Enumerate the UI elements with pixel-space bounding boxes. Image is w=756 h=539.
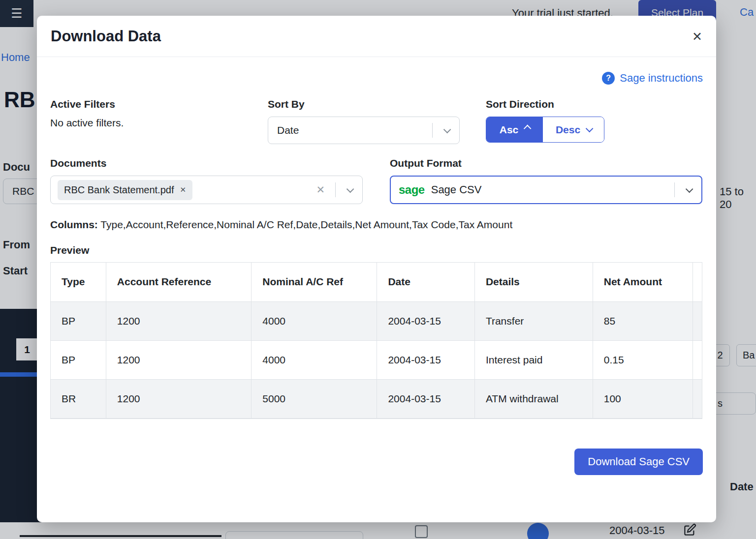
chevron-down-icon	[586, 125, 594, 133]
close-button[interactable]: ✕	[692, 30, 702, 43]
sort-direction-label: Sort Direction	[486, 98, 703, 110]
documents-multiselect[interactable]: RBC Bank Statement.pdf ✕ ✕	[50, 176, 363, 204]
document-chip: RBC Bank Statement.pdf ✕	[58, 180, 192, 200]
preview-table: Type Account Reference Nominal A/C Ref D…	[51, 263, 702, 419]
table-row: BP 1200 4000 2004-03-15 Transfer 85 T2	[51, 301, 702, 340]
cell: 1200	[106, 301, 252, 340]
active-filters-value: No active filters.	[50, 117, 268, 129]
output-format-value: Sage CSV	[431, 183, 674, 196]
table-row: BP 1200 4000 2004-03-15 Interest paid 0.…	[51, 340, 702, 379]
columns-label: Columns:	[50, 219, 98, 230]
cell: 2004-03-15	[377, 301, 474, 340]
cell: ATM withdrawal	[474, 379, 593, 418]
cell: 4000	[252, 340, 377, 379]
sort-direction-toggle: Asc Desc	[486, 117, 604, 143]
document-chip-label: RBC Bank Statement.pdf	[64, 184, 174, 196]
sort-asc-button[interactable]: Asc	[486, 117, 542, 142]
download-sage-csv-button[interactable]: Download Sage CSV	[574, 449, 703, 475]
cell: 85	[593, 301, 693, 340]
cell: 2004-03-15	[377, 340, 474, 379]
table-row: BR 1200 5000 2004-03-15 ATM withdrawal 1…	[51, 379, 702, 418]
columns-value: Type,Account,Reference,Nominal A/C Ref,D…	[100, 219, 512, 230]
sort-desc-button[interactable]: Desc	[542, 117, 604, 142]
header-account-reference: Account Reference	[106, 263, 252, 301]
header-net-amount: Net Amount	[593, 263, 693, 301]
chevron-down-icon	[685, 185, 693, 193]
sage-instructions-label: Sage instructions	[620, 72, 703, 85]
close-icon: ✕	[692, 30, 702, 43]
header-type: Type	[51, 263, 106, 301]
header-tax-code: Tax Code	[693, 263, 702, 301]
download-data-modal: Download Data ✕ ? Sage instructions Acti…	[37, 16, 716, 522]
cell: BR	[51, 379, 106, 418]
sort-by-value: Date	[268, 124, 432, 136]
cell: T2	[693, 301, 702, 340]
columns-summary: Columns: Type,Account,Reference,Nominal …	[50, 219, 703, 231]
cell: 4000	[252, 301, 377, 340]
cell: 100	[593, 379, 693, 418]
documents-label: Documents	[50, 157, 363, 169]
active-filters-label: Active Filters	[50, 98, 268, 110]
cell: Interest paid	[474, 340, 593, 379]
chip-remove-icon[interactable]: ✕	[180, 185, 186, 194]
preview-table-container[interactable]: Type Account Reference Nominal A/C Ref D…	[50, 262, 702, 419]
cell: BP	[51, 340, 106, 379]
header-details: Details	[474, 263, 593, 301]
cell: 0.15	[593, 340, 693, 379]
sort-by-select[interactable]: Date	[268, 117, 460, 144]
cell: 2004-03-15	[377, 379, 474, 418]
desc-label: Desc	[556, 124, 580, 136]
cell: T2	[693, 379, 702, 418]
header-nominal-ac-ref: Nominal A/C Ref	[252, 263, 377, 301]
cell: BP	[51, 301, 106, 340]
cell: Transfer	[474, 301, 593, 340]
header-date: Date	[377, 263, 474, 301]
output-format-label: Output Format	[390, 157, 702, 169]
chevron-up-icon	[524, 125, 532, 133]
cell: T2	[693, 340, 702, 379]
table-header-row: Type Account Reference Nominal A/C Ref D…	[51, 263, 702, 301]
preview-label: Preview	[50, 244, 703, 256]
cell: 1200	[106, 379, 252, 418]
question-icon: ?	[602, 72, 615, 85]
output-format-select[interactable]: sage Sage CSV	[390, 176, 702, 204]
cell: 5000	[252, 379, 377, 418]
sort-by-label: Sort By	[268, 98, 486, 110]
modal-header: Download Data ✕	[37, 16, 716, 57]
modal-title: Download Data	[51, 28, 161, 45]
asc-label: Asc	[500, 124, 519, 136]
sage-instructions-link[interactable]: ? Sage instructions	[602, 72, 703, 85]
clear-icon[interactable]: ✕	[306, 184, 335, 196]
cell: 1200	[106, 340, 252, 379]
chevron-down-icon	[443, 125, 451, 133]
sage-logo: sage	[399, 183, 425, 197]
chevron-down-icon	[346, 185, 354, 193]
modal-body: ? Sage instructions Active Filters No ac…	[37, 57, 716, 475]
